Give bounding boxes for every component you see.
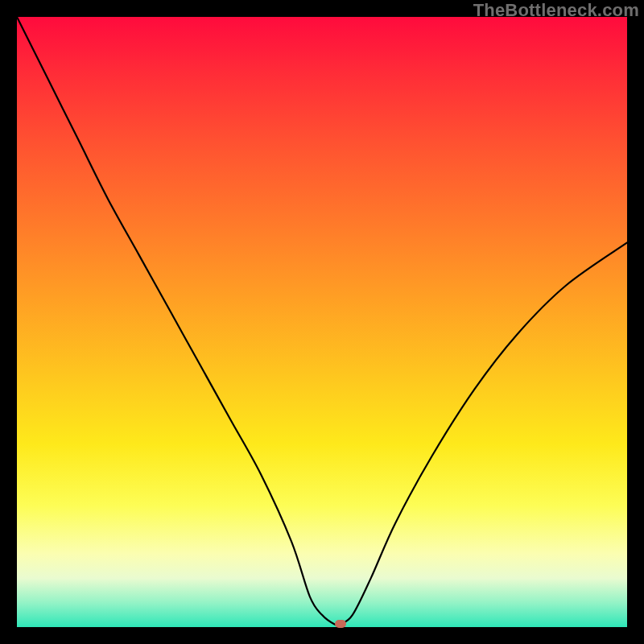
bottleneck-curve	[17, 17, 627, 627]
chart-frame: TheBottleneck.com	[0, 0, 644, 644]
watermark-text: TheBottleneck.com	[473, 0, 639, 21]
chart-plot-area	[17, 17, 627, 627]
bottleneck-curve-path	[17, 17, 627, 625]
optimal-point-marker	[335, 620, 346, 628]
